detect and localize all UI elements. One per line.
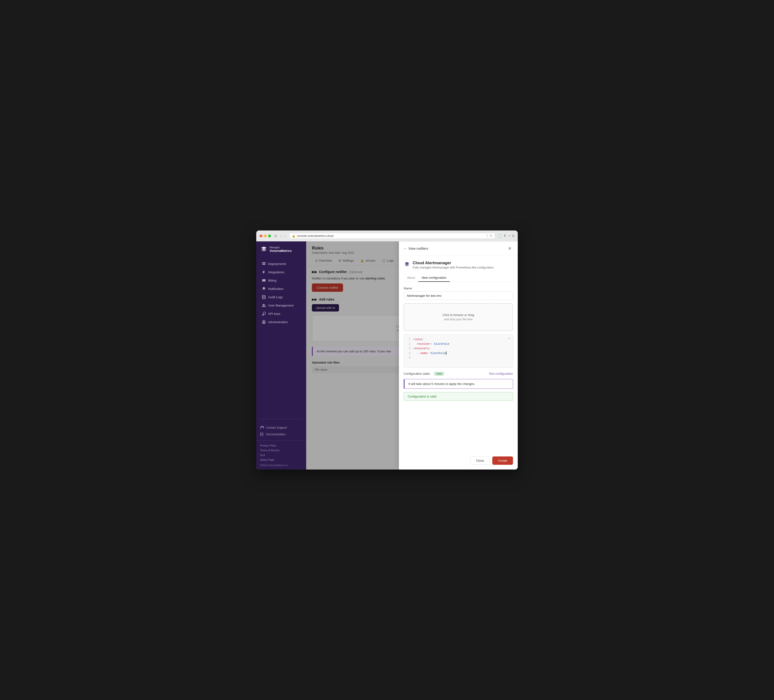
sidebar-item-user-management[interactable]: User Management [258,301,304,309]
documentation-link[interactable]: Documentation [260,431,303,438]
tab-new-configuration[interactable]: New configuration [418,274,450,282]
sidebar-item-label: Administration [268,320,288,324]
file-drop-zone[interactable]: Click to browse or drag and drop your fi… [404,303,513,331]
drawer: ← View notifiers ✕ [399,241,518,469]
app-layout: Managed VictoriaMetrics Deployments Inte… [256,241,518,469]
sidebar: Managed VictoriaMetrics Deployments Inte… [256,241,306,469]
sidebar-item-label: User Management [268,304,294,307]
copyright-text: ©2024 Victoria Metrics Inc. [260,464,303,467]
sidebar-item-label: Deployments [268,262,286,266]
logo-text: Managed VictoriaMetrics [270,246,292,253]
headset-icon [260,426,264,429]
service-icon-wrap [404,261,410,269]
back-icon[interactable]: ‹ [280,234,283,238]
success-message: Configuration is valid [408,395,437,398]
status-page-link[interactable]: Status Page [260,458,303,462]
code-line-1: 1 route: [407,337,510,342]
sidebar-footer: Privacy Policy Terms of Service SLA Stat… [256,441,306,469]
sidebar-item-audit-logs[interactable]: Audit Logs [258,293,304,301]
privacy-policy-link[interactable]: Privacy Policy [260,444,303,447]
drawer-back-button[interactable]: ← View notifiers [404,247,428,251]
sidebar-item-administration[interactable]: Administration [258,318,304,326]
footer-links: Privacy Policy Terms of Service SLA Stat… [260,444,303,462]
service-subtitle: Fully managed Alertmanager with Promethe… [413,266,495,269]
traffic-lights [260,234,271,238]
documentation-label: Documentation [266,433,286,436]
forward-icon[interactable]: › [284,234,287,238]
sla-link[interactable]: SLA [260,453,303,457]
logo-managed-label: Managed [270,246,292,249]
plug-icon [262,270,266,274]
drawer-actions: Close Create [399,456,518,469]
sidebar-item-label: Notification [268,287,283,291]
user-circle-icon [262,320,266,324]
config-state-section: Configuration state: Valid [404,371,445,376]
sidebar-bottom: Contact Support Documentation [256,421,306,441]
svg-rect-1 [262,264,266,265]
contact-support-link[interactable]: Contact Support [260,424,303,431]
tab-about[interactable]: About [404,274,418,282]
history-icon[interactable]: 🕐 [498,234,501,238]
close-button[interactable]: Close [470,456,490,465]
drawer-close-button[interactable]: ✕ [506,245,513,252]
service-header: Cloud Alertmanager Fully managed Alertma… [404,261,513,269]
key-icon [262,312,266,315]
success-box: Configuration is valid [404,392,513,401]
browser-controls: ⊟ ‹ › [273,234,287,238]
upload-icon[interactable]: ⬆ [503,234,506,238]
sidebar-item-label: API keys [268,312,280,315]
test-configuration-link[interactable]: Test configuration [489,372,513,375]
code-line-5: 5 [407,356,510,360]
svg-rect-3 [262,280,266,281]
tabs-icon[interactable]: ⧉ [512,234,514,238]
drawer-back-label: View notifiers [408,247,428,251]
logo-brand-label: VictoriaMetrics [270,249,292,253]
close-button[interactable] [260,234,263,238]
sidebar-item-integrations[interactable]: Integrations [258,268,304,276]
drawer-body: Cloud Alertmanager Fully managed Alertma… [399,256,518,456]
file-drop-line1: Click to browse or drag [409,313,508,317]
main-content: Rules Subscription start date: Aug 2023 … [306,241,518,469]
drawer-header: ← View notifiers ✕ [399,241,518,256]
sidebar-item-api-keys[interactable]: API keys [258,310,304,318]
minimize-editor-button[interactable]: — [508,337,510,341]
maximize-button[interactable] [268,234,271,238]
browser-chrome: ⊟ ‹ › 🔒 console.victoriametrics.cloud ⤴ … [256,231,518,241]
info-message: It will take about 5 minutes to apply th… [408,382,475,386]
browser-window: ⊟ ‹ › 🔒 console.victoriametrics.cloud ⤴ … [256,231,518,469]
new-tab-icon[interactable]: + [508,234,510,238]
sidebar-item-label: Audit Logs [268,296,283,299]
address-bar[interactable]: 🔒 console.victoriametrics.cloud ⤴ ↻ [289,233,495,239]
code-line-2: 2 receiver: blackhole [407,342,510,347]
contact-support-label: Contact Support [266,426,287,429]
terms-of-service-link[interactable]: Terms of Service [260,448,303,452]
url-text: console.victoriametrics.cloud [297,234,333,238]
sidebar-item-billing[interactable]: Billing [258,276,304,284]
service-title: Cloud Alertmanager [413,261,495,266]
logo-icon [260,246,268,253]
sidebar-nav: Deployments Integrations Billing Notific… [256,258,306,416]
sidebar-item-deployments[interactable]: Deployments [258,260,304,268]
code-editor[interactable]: — 1 route: 2 receiver: blackhole 3 recei… [404,334,513,368]
file-drop-line2: and drop your file here [409,318,508,321]
book-icon [260,433,264,436]
code-line-4: 4 - name: blackhole [407,351,510,356]
config-state-label: Configuration state: [404,372,430,375]
sidebar-toggle-icon[interactable]: ⊟ [273,234,278,238]
service-info: Cloud Alertmanager Fully managed Alertma… [413,261,495,269]
bell-icon [262,287,266,291]
create-button[interactable]: Create [492,456,513,465]
file-text-icon [262,295,266,299]
config-state-badge: Valid [433,371,445,376]
share-icon[interactable]: ⤴ [486,234,488,238]
back-arrow-icon: ← [404,247,407,251]
minimize-button[interactable] [264,234,267,238]
credit-card-icon [262,279,266,282]
refresh-icon[interactable]: ↻ [490,234,493,238]
config-state-row: Configuration state: Valid Test configur… [404,371,513,376]
sidebar-item-notification[interactable]: Notification [258,285,304,293]
svg-point-5 [263,321,265,322]
name-input[interactable] [404,292,513,300]
name-field-label: Name [404,287,513,290]
users-icon [262,304,266,307]
